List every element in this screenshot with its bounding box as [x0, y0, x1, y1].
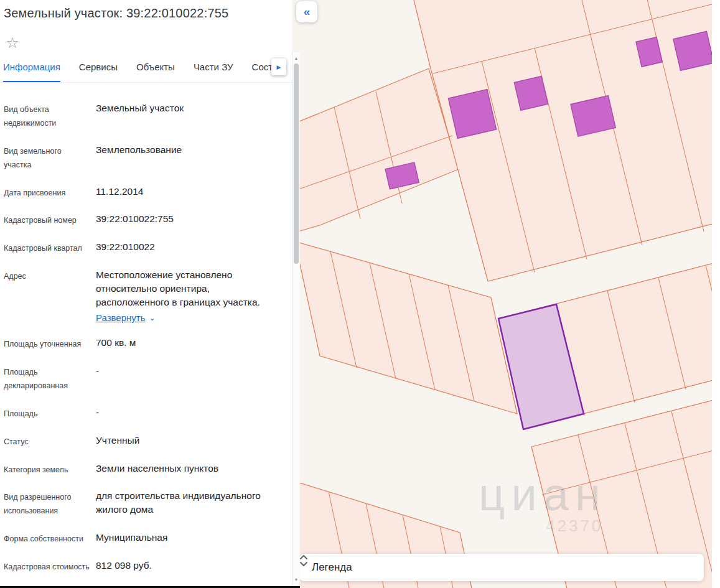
favorite-star-button[interactable]: ☆: [4, 34, 21, 52]
tab-objects[interactable]: Объекты: [136, 62, 175, 82]
building: [448, 90, 496, 139]
tab-bar: Информация Сервисы Объекты Части ЗУ Сост…: [0, 53, 292, 83]
field-label: Площадь уточненная: [4, 336, 96, 352]
field-label: Площадь декларированная: [4, 364, 96, 393]
field-row: Дата присвоения 11.12.2014: [4, 185, 286, 200]
field-label: Форма собственности: [4, 531, 96, 546]
field-row-address: Адрес Местоположение установлено относит…: [4, 268, 286, 324]
field-value: 39:22:010022:755: [96, 212, 286, 228]
field-row: Площадь -: [4, 406, 286, 421]
field-row: Кадастровый номер 39:22:010022:755: [4, 212, 286, 228]
app-window: Земельный участок: 39:22:010022:755 ☆ Ин…: [0, 0, 720, 588]
field-label: Площадь: [4, 406, 96, 421]
tabs-scroll-right-button[interactable]: ▶: [271, 58, 286, 75]
field-label: Вид земельного участка: [4, 143, 96, 172]
field-row: Вид разрешенного использования для строи…: [4, 489, 286, 518]
parcel-block: [292, 68, 459, 233]
field-value: Земельный участок: [96, 101, 286, 131]
scrollbar-up-arrow[interactable]: ▲: [292, 54, 300, 62]
field-label: Вид объекта недвижимости: [4, 101, 96, 131]
field-label: Кадастровый квартал: [4, 240, 96, 256]
field-row: Категория земель Земли населенных пункто…: [4, 462, 286, 477]
field-row: Кадастровый квартал 39:22:010022: [4, 240, 286, 256]
page-title: Земельный участок: 39:22:010022:755: [4, 6, 287, 21]
field-label: Кадастровая стоимость: [4, 559, 96, 574]
field-value: Земли населенных пунктов: [96, 462, 286, 477]
cadastral-map-svg: [292, 0, 712, 588]
field-label: Адрес: [4, 268, 96, 324]
scrollbar-thumb[interactable]: [294, 63, 299, 264]
legend-bar[interactable]: Легенда: [299, 554, 704, 581]
field-row: Кадастровая стоимость 812 098 руб.: [4, 559, 286, 574]
field-label: Вид разрешенного использования: [4, 489, 96, 518]
field-value: 11.12.2014: [96, 185, 286, 200]
map-canvas[interactable]: циан 42370 « Легенда: [292, 0, 712, 588]
building: [514, 76, 548, 110]
chevron-right-icon: ▶: [277, 64, 281, 70]
collapse-panel-button[interactable]: «: [296, 1, 317, 22]
field-value: для строительства индивидуального жилого…: [96, 489, 286, 518]
panel-scrollbar[interactable]: ▲ ▼: [292, 52, 300, 586]
field-row: Форма собственности Муниципальная: [4, 531, 286, 546]
scrollbar-down-arrow[interactable]: ▼: [292, 575, 300, 584]
field-row: Площадь уточненная 700 кв. м: [4, 336, 286, 352]
field-label: Дата присвоения: [4, 185, 96, 200]
expand-link-label: Развернуть: [96, 312, 146, 323]
field-row: Вид объекта недвижимости Земельный участ…: [4, 101, 286, 131]
field-row: Статус Учтенный: [4, 434, 286, 449]
field-row: Площадь декларированная -: [4, 364, 286, 393]
expand-address-link[interactable]: Развернуть ⌄: [96, 312, 156, 323]
double-chevron-left-icon: «: [304, 5, 311, 19]
field-label: Статус: [4, 434, 96, 449]
chevron-down-icon: ⌄: [149, 314, 156, 322]
field-value: -: [96, 364, 286, 393]
tab-parts[interactable]: Части ЗУ: [194, 62, 233, 82]
field-value: Землепользование: [96, 143, 286, 172]
field-label: Категория земель: [4, 462, 96, 477]
tab-information[interactable]: Информация: [3, 62, 60, 82]
parcel-block: [412, 0, 712, 281]
field-value: 812 098 руб.: [96, 559, 286, 574]
field-row: Вид земельного участка Землепользование: [4, 143, 286, 172]
panel-header: Земельный участок: 39:22:010022:755 ☆: [0, 0, 292, 52]
parcel-blocks[interactable]: [292, 0, 712, 588]
tab-services[interactable]: Сервисы: [79, 62, 118, 82]
field-value: Муниципальная: [96, 531, 286, 546]
field-value: Местоположение установлено относительно …: [96, 268, 286, 309]
field-value: -: [96, 406, 286, 421]
field-value: 700 кв. м: [96, 336, 286, 352]
field-value: Учтенный: [96, 434, 286, 449]
star-icon: ☆: [6, 34, 19, 52]
attributes-list: Вид объекта недвижимости Земельный участ…: [0, 83, 292, 588]
info-panel: Земельный участок: 39:22:010022:755 ☆ Ин…: [0, 0, 292, 588]
field-label: Кадастровый номер: [4, 212, 96, 228]
field-value: 39:22:010022: [96, 240, 286, 256]
legend-expand-icon: [299, 554, 308, 567]
legend-label: Легенда: [312, 561, 352, 574]
